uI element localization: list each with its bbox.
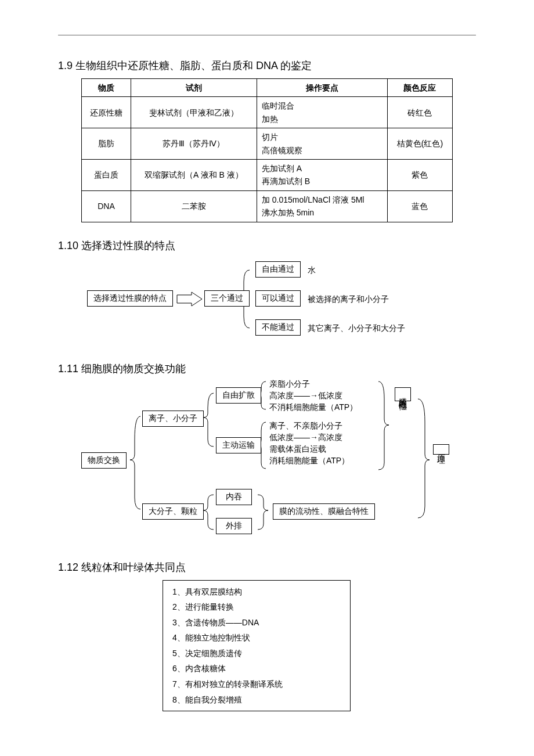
cell: 先加试剂 A再滴加试剂 B bbox=[257, 159, 387, 190]
brace-icon bbox=[203, 495, 214, 530]
box-root: 物质交换 bbox=[81, 452, 127, 469]
box-fluidity: 膜的流动性 bbox=[395, 387, 411, 401]
cell: 临时混合加热 bbox=[257, 97, 387, 128]
list-item: 6、内含核糖体 bbox=[172, 661, 341, 676]
txt-d2d: 消耗细胞能量（ATP） bbox=[269, 455, 349, 467]
cell: 苏丹Ⅲ（苏丹Ⅳ） bbox=[131, 128, 257, 160]
box-ions: 离子、小分子 bbox=[142, 411, 204, 427]
list-item: 4、能独立地控制性状 bbox=[172, 630, 341, 646]
heading-1-12: 1.12 线粒体和叶绿体共同点 bbox=[58, 560, 476, 574]
th-substance: 物质 bbox=[82, 79, 131, 97]
list-item: 8、能自我分裂增殖 bbox=[172, 692, 341, 708]
heading-1-11: 1.11 细胞膜的物质交换功能 bbox=[58, 362, 476, 376]
cell: 切片高倍镜观察 bbox=[257, 128, 387, 160]
box-endo: 内吞 bbox=[216, 489, 252, 505]
arrow-icon bbox=[177, 292, 202, 306]
box-exo: 外排 bbox=[216, 518, 252, 534]
list-item: 5、决定细胞质遗传 bbox=[172, 646, 341, 661]
txt-d1a: 亲脂小分子 bbox=[269, 378, 310, 390]
cell: 砖红色 bbox=[387, 97, 452, 128]
cell: 桔黄色(红色) bbox=[387, 128, 452, 160]
brace-icon bbox=[130, 416, 140, 509]
cell: 还原性糖 bbox=[82, 97, 131, 128]
box-pass-free: 自由通过 bbox=[255, 261, 301, 278]
box-mid: 三个通过 bbox=[204, 290, 250, 307]
box-fusion: 膜的流动性、膜融合特性 bbox=[273, 503, 375, 520]
cell: 加 0.015mol/LNaCl 溶液 5Ml沸水加热 5min bbox=[257, 190, 387, 222]
label-selected: 被选择的离子和小分子 bbox=[308, 293, 389, 305]
brace-icon bbox=[418, 399, 430, 518]
brace-icon bbox=[378, 381, 389, 470]
heading-1-10: 1.10 选择透过性膜的特点 bbox=[58, 239, 476, 253]
list-1-12: 1、具有双层膜结构 2、进行能量转换 3、含遗传物质——DNA 4、能独立地控制… bbox=[163, 580, 351, 712]
list-item: 2、进行能量转换 bbox=[172, 599, 341, 615]
heading-1-9: 1.9 生物组织中还原性糖、脂肪、蛋白质和 DNA 的鉴定 bbox=[58, 59, 476, 73]
cell: DNA bbox=[82, 190, 131, 222]
page-top-rule bbox=[58, 35, 476, 35]
box-principle: 原理 bbox=[433, 444, 449, 455]
cell: 二苯胺 bbox=[131, 190, 257, 222]
cell: 蓝色 bbox=[387, 190, 452, 222]
label-water: 水 bbox=[308, 264, 316, 276]
txt-d2c: 需载体蛋白运载 bbox=[269, 443, 326, 455]
cell: 蛋白质 bbox=[82, 159, 131, 190]
txt-d2a: 离子、不亲脂小分子 bbox=[269, 420, 342, 432]
box-pass-can: 可以通过 bbox=[255, 290, 301, 307]
txt-d1c: 不消耗细胞能量（ATP） bbox=[269, 401, 358, 413]
box-active: 主动运输 bbox=[216, 437, 261, 453]
brace-icon bbox=[203, 393, 214, 447]
table-1-9: 物质 试剂 操作要点 颜色反应 还原性糖 斐林试剂（甲液和乙液） 临时混合加热 … bbox=[81, 78, 453, 222]
diagram-1-10: 选择透过性膜的特点 三个通过 自由通过 可以通过 不能通过 水 被选择的离子和小… bbox=[81, 258, 476, 345]
diagram-1-11: 物质交换 离子、小分子 大分子、颗粒 自由扩散 主动运输 内吞 外排 亲脂小分子… bbox=[81, 381, 476, 544]
cell: 双缩脲试剂（A 液和 B 液） bbox=[131, 159, 257, 190]
cell: 脂肪 bbox=[82, 128, 131, 160]
th-operation: 操作要点 bbox=[257, 79, 387, 97]
list-item: 3、含遗传物质——DNA bbox=[172, 615, 341, 631]
txt-d2b: 低浓度——→高浓度 bbox=[269, 431, 342, 444]
box-pass-no: 不能通过 bbox=[255, 319, 301, 336]
label-others: 其它离子、小分子和大分子 bbox=[308, 322, 405, 334]
txt-d1b: 高浓度——→低浓度 bbox=[269, 390, 342, 402]
cell: 斐林试剂（甲液和乙液） bbox=[131, 97, 257, 128]
th-color: 颜色反应 bbox=[387, 79, 452, 97]
list-item: 1、具有双层膜结构 bbox=[172, 584, 341, 600]
list-item: 7、有相对独立的转录翻译系统 bbox=[172, 676, 341, 692]
th-reagent: 试剂 bbox=[131, 79, 257, 97]
box-diffusion: 自由扩散 bbox=[216, 387, 261, 404]
cell: 紫色 bbox=[387, 159, 452, 190]
box-macro: 大分子、颗粒 bbox=[142, 503, 204, 520]
brace-icon bbox=[258, 495, 268, 530]
